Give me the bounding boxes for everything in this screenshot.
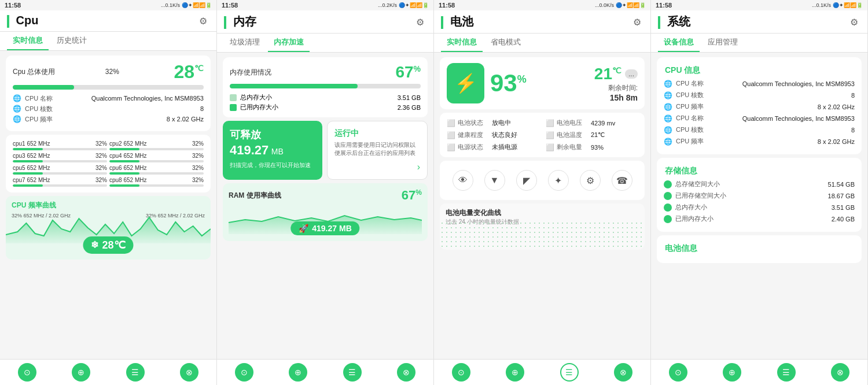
binfo-status: ⬜ 电池状态 放电中 (447, 119, 539, 127)
battery-controls-card: 👁 ▼ ◤ ✦ ⚙ ☎ (440, 161, 645, 200)
ram-chart-title: RAM 使用率曲线 (229, 191, 281, 201)
ctrl-signal[interactable]: ◤ (516, 170, 537, 191)
storage-circle-3 (664, 203, 672, 212)
mem-pct-big: 67% (395, 63, 421, 82)
running-arrow-icon[interactable]: › (334, 162, 420, 172)
releasable-title: 可释放 (230, 128, 315, 142)
sys-globe-1: 🌐 (664, 80, 672, 88)
green-bar-2 (224, 16, 226, 29)
core-4: cpu4 652 MHz32% (109, 153, 204, 162)
binfo-remaining: ⬜ 剩余电量 93% (546, 143, 638, 151)
bottom-nav-4: ⊙ ⊕ ☰ ⊗ (651, 359, 867, 385)
time-2: 11:58 (222, 2, 238, 9)
content-1: Cpu 总体使用 32% 28℃ 🌐 CPU 名称 Qualcomm Techn… (0, 51, 216, 359)
binfo-temp: ⬜ 电池温度 21℃ (546, 131, 638, 139)
gear-icon-2[interactable]: ⚙ (416, 17, 426, 27)
mem-usage-card: 内存使用情况 67% 总内存大小 3.51 GB 已用内存大小 2.36 GB (223, 57, 428, 117)
battery-power-icon: ⬜ (447, 143, 455, 151)
nav-icon-3a[interactable]: ⊙ (452, 363, 470, 382)
mem-total-color (230, 94, 237, 101)
nav-icon-1b[interactable]: ⊕ (72, 363, 90, 382)
ctrl-eye[interactable]: 👁 (453, 170, 473, 191)
ctrl-brightness[interactable]: ⚙ (580, 170, 601, 191)
time-4: 11:58 (656, 2, 672, 9)
nav-icon-4b[interactable]: ⊕ (723, 363, 741, 382)
cpu-temp-big: 28℃ (174, 61, 204, 83)
core-1: cpu1 652 MHz32% (13, 140, 107, 150)
tab-apps-4[interactable]: 应用管理 (702, 34, 744, 52)
gear-icon-3[interactable]: ⚙ (633, 17, 643, 27)
signal-1: ...0.1K/s 🔵✦📶📶🔋 (161, 2, 212, 8)
panel-title-2: 内存 (224, 14, 256, 29)
mem-total-row: 总内存大小 3.51 GB (230, 93, 421, 102)
ctrl-bt[interactable]: ✦ (548, 170, 569, 191)
more-button[interactable]: ... (625, 69, 638, 79)
tab-device-4[interactable]: 设备信息 (658, 34, 700, 52)
time-3: 11:58 (439, 2, 455, 9)
status-bar-2: 11:58 ...0.2K/s 🔵✦📶📶🔋 (217, 0, 433, 10)
cpu-chart-area: CPU 频率曲线 32% 652 MHz / 2.02 GHz 32% 652 … (6, 196, 211, 260)
cpu-cores-icon: 🌐 (13, 105, 21, 113)
nav-icon-2c[interactable]: ☰ (343, 363, 362, 382)
battery-chart-card: 电池电量变化曲线 过去 24 小时的电量统计数据 (440, 203, 645, 250)
sys-cpu-section-title: CPU 信息 (664, 65, 855, 76)
status-bar-4: 11:58 ...0.1K/s 🔵✦📶📶🔋 (651, 0, 867, 10)
sys-cpu-name-1: 🌐 CPU 名称 Qualcomm Technologies, Inc MSM8… (664, 79, 855, 88)
nav-icon-2a[interactable]: ⊙ (235, 363, 253, 382)
core-6: cpu6 652 MHz32% (109, 165, 204, 175)
storage-circle-2 (664, 192, 672, 200)
nav-icon-4c[interactable]: ☰ (777, 363, 796, 382)
mem-progress-bg (230, 84, 421, 88)
nav-icon-2d[interactable]: ⊗ (397, 363, 415, 382)
ctrl-wifi[interactable]: ▼ (484, 170, 505, 191)
sys-storage-section-title: 存储信息 (664, 166, 855, 176)
core-7: cpu7 652 MHz32% (13, 177, 107, 187)
tab-saver-3[interactable]: 省电模式 (485, 34, 527, 52)
sys-cpu-freq-1: 🌐 CPU 频率 8 x 2.02 GHz (664, 102, 855, 111)
tab-realtime-3[interactable]: 实时信息 (441, 34, 483, 52)
nav-icon-2b[interactable]: ⊕ (289, 363, 307, 382)
sys-globe-3: 🌐 (664, 103, 672, 111)
panel-title-4: 系统 (658, 14, 690, 29)
gear-icon-1[interactable]: ⚙ (199, 16, 209, 26)
sys-cpu-name-2: 🌐 CPU 名称 Qualcomm Technologies, Inc MSM8… (664, 114, 855, 123)
cpu-progress-bg (13, 85, 204, 90)
header-3: 电池 ⚙ (434, 10, 650, 34)
nav-icon-1a[interactable]: ⊙ (18, 363, 36, 382)
gear-icon-4[interactable]: ⚙ (850, 17, 860, 27)
tab-realtime-1[interactable]: 实时信息 (7, 32, 49, 50)
battery-remain-label: 剩余时间: (594, 83, 638, 93)
sys-cpu-cores-2: 🌐 CPU 核数 8 (664, 125, 855, 134)
ram-chart: RAM 使用率曲线 67% 🚀 419.27 MB (223, 183, 428, 241)
tab-history-1[interactable]: 历史统计 (51, 32, 93, 50)
nav-icon-3d[interactable]: ⊗ (614, 363, 632, 382)
mem-used-row: 已用内存大小 2.36 GB (230, 103, 421, 112)
storage-circle-4 (664, 215, 672, 223)
cpu-cores-row: 🌐 CPU 核数 8 (13, 105, 204, 113)
battery-health-icon: ⬜ (447, 131, 455, 139)
battery-main-card: ⚡ 93% 21℃ ... 剩余时间: 15h 8m (440, 57, 645, 109)
signal-4: ...0.1K/s 🔵✦📶📶🔋 (812, 2, 863, 8)
panel-title-3: 电池 (441, 14, 473, 29)
nav-icon-1c[interactable]: ☰ (126, 363, 145, 382)
ctrl-phone[interactable]: ☎ (612, 170, 632, 191)
battery-top: ⚡ 93% 21℃ ... 剩余时间: 15h 8m (447, 63, 638, 103)
sys-storage-total: 总存储空间大小 51.54 GB (664, 180, 855, 188)
nav-icon-4a[interactable]: ⊙ (669, 363, 687, 382)
tab-accel-2[interactable]: 内存加速 (268, 34, 310, 52)
nav-icon-3c[interactable]: ☰ (560, 363, 579, 382)
nav-icon-4d[interactable]: ⊗ (831, 363, 849, 382)
cpu-freq-row: 🌐 CPU 频率 8 x 2.02 GHz (13, 115, 204, 124)
battery-temp-area: 21℃ ... 剩余时间: 15h 8m (594, 65, 638, 102)
content-2: 内存使用情况 67% 总内存大小 3.51 GB 已用内存大小 2.36 GB (217, 53, 433, 359)
tab-clean-2[interactable]: 垃圾清理 (224, 34, 266, 52)
cpu-freq-icon: 🌐 (13, 115, 21, 123)
snowflake-icon: ❄ (91, 239, 98, 250)
nav-icon-3b[interactable]: ⊕ (506, 363, 524, 382)
sys-globe-5: 🌐 (664, 126, 672, 134)
cpu-total-label: Cpu 总体使用 (13, 67, 55, 77)
cpu-total-pct: 32% (105, 68, 119, 76)
nav-icon-1d[interactable]: ⊗ (180, 363, 198, 382)
binfo-voltage: ⬜ 电池电压 4239 mv (546, 119, 638, 127)
battery-info-card: ⬜ 电池状态 放电中 ⬜ 电池电压 4239 mv ⬜ 健康程度 状态良好 ⬜ … (440, 113, 645, 157)
